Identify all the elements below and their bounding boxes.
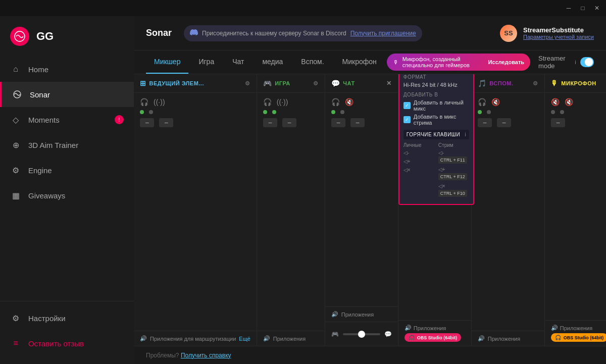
popup-check-row-1: ✓ Добавить в личный микс [403, 99, 469, 112]
game-dot-2 [272, 110, 276, 114]
game-controls: 🎧 ((·)) − − [257, 93, 325, 217]
channel-master: ⊞ ВЕДУЩИЙ ЭЛЕМ... ⚙ 🎧 ((·)) [134, 74, 257, 346]
chatmix-slider[interactable] [343, 333, 380, 335]
media-app-label: Приложения [414, 325, 446, 331]
chat-minus-btn-1[interactable]: − [331, 118, 345, 127]
streamer-mode-info[interactable]: i [575, 59, 576, 65]
channel-master-header: ⊞ ВЕДУЩИЙ ЭЛЕМ... ⚙ [134, 74, 257, 93]
sidebar-item-label-home: Home [28, 65, 48, 74]
chat-close-icon[interactable]: ✕ [386, 80, 392, 87]
game-dots-row [263, 110, 319, 114]
mic-headphone-icon: 🔇 [551, 98, 560, 106]
discord-icon [190, 28, 198, 38]
tab-mikrofon[interactable]: Микрофон [334, 50, 385, 74]
vspom-app-icon: 🔊 [478, 335, 485, 342]
sidebar-item-engine[interactable]: ⚙ Engine [0, 158, 134, 183]
channel-game-header: 🎮 ИГРА ⚙ [257, 74, 325, 93]
media-app-row: 🔊 Приложения [405, 325, 446, 331]
sidebar-item-label-sonar: Sonar [30, 90, 50, 99]
sidebar-divider [0, 301, 134, 301]
game-settings-icon[interactable]: ⚙ [313, 80, 319, 87]
chat-controls: 🎧 🔇 − − [325, 93, 398, 205]
chat-dot-1 [331, 110, 335, 114]
minimize-button[interactable]: ─ [564, 3, 574, 13]
discord-link[interactable]: Получить приглашение [350, 30, 416, 37]
master-minus-btn-2[interactable]: − [159, 118, 173, 127]
popup-check-2[interactable]: ✓ [403, 116, 411, 123]
channel-chat: 💬 ЧАТ ✕ 🎧 🔇 − [325, 74, 398, 346]
help-link[interactable]: Получить справку [181, 352, 231, 359]
logo-icon [10, 27, 29, 46]
vspom-minus-btn-1[interactable]: − [478, 118, 492, 127]
mic-obs-badge[interactable]: 🎧 OBS Studio (64bit) [551, 333, 606, 342]
mic-controls: 🔇 🔇 − [545, 93, 606, 212]
sidebar-item-feedback[interactable]: ≡ Оставить отзыв [0, 331, 134, 356]
streamer-mode-toggle[interactable] [580, 57, 594, 67]
mic-minus-btn-1[interactable]: − [551, 118, 565, 127]
tab-chat[interactable]: Чат [224, 50, 252, 74]
moments-icon: ◇ [10, 114, 21, 125]
tab-mikser[interactable]: Микшер [146, 50, 188, 74]
media-obs-badge[interactable]: 🎧 OBS Studio (64bit) [405, 333, 462, 342]
hotkey-row-2: ◁+ [403, 159, 434, 164]
close-button[interactable]: ✕ [592, 3, 602, 13]
popup-col-stream: Стрим ◁- CTRL + F11 ◁+ CTRL + F12 [438, 142, 469, 200]
chat-app-section: 🔊 Приложения [325, 306, 398, 322]
chat-label: ЧАТ [343, 80, 355, 86]
game-minus-btn-1[interactable]: − [263, 118, 277, 127]
master-app-more[interactable]: Ещё [239, 336, 250, 342]
master-label: ВЕДУЩИЙ ЭЛЕМ... [149, 80, 204, 86]
problems-text: Проблемы? [146, 352, 179, 359]
sidebar-item-label-feedback: Оставить отзыв [28, 339, 84, 348]
game-app-label: Приложения [273, 336, 306, 342]
sidebar-item-home[interactable]: ⌂ Home [0, 57, 134, 82]
vspom-audio-row: 🎧 🔇 [478, 98, 538, 106]
vspom-minus-row: − − [478, 118, 538, 127]
mic-promo-link[interactable]: Исследовать [488, 59, 524, 65]
mic-icon: 🎙 [551, 79, 559, 87]
tab-igra[interactable]: Игра [190, 50, 222, 74]
vspom-settings-icon[interactable]: ⚙ [533, 80, 538, 87]
hotkey-label-2: ◁+ [403, 159, 434, 164]
game-label: ИГРА [275, 80, 290, 86]
account-settings-link[interactable]: Параметры учетной записи [523, 34, 594, 40]
game-minus-btn-2[interactable]: − [282, 118, 296, 127]
master-settings-icon[interactable]: ⚙ [245, 80, 250, 87]
stream-hotkey-val-3[interactable]: CTRL + F10 [438, 190, 467, 197]
popup-check-1[interactable]: ✓ [403, 102, 411, 109]
mic-app-label: Приложения [560, 325, 592, 331]
stream-hotkey-val-1[interactable]: CTRL + F11 [438, 157, 467, 164]
channel-mic-header: 🎙 МИКРОФОН ⚙ [545, 74, 606, 93]
master-icon: ⊞ [140, 79, 146, 87]
title-bar: ─ □ ✕ [0, 0, 606, 16]
chat-headphone-icon: 🎧 [331, 98, 340, 106]
game-minus-row: − − [263, 118, 319, 127]
mic-promo[interactable]: 🎙 Микрофон, созданный специально для гей… [387, 54, 530, 71]
chat-minus-btn-2[interactable]: − [350, 118, 365, 127]
top-bar-right: SS StreamerSubstitute Параметры учетной … [500, 25, 594, 42]
chatmix-chat-icon: 💬 [384, 331, 392, 338]
sidebar-item-moments[interactable]: ◇ Moments ! [0, 107, 134, 132]
mic-obs-icon: 🎧 [555, 335, 561, 340]
master-controls: 🎧 ((·)) − − [134, 93, 257, 217]
hotkeys-info-icon[interactable]: i [465, 132, 466, 137]
stream-hotkey-val-2[interactable]: CTRL + F12 [438, 173, 467, 180]
game-stream-icon: ((·)) [277, 98, 288, 106]
headphone-small: 🔊 [140, 335, 147, 342]
tab-media[interactable]: медиа [254, 50, 291, 74]
chat-icon: 💬 [331, 79, 340, 87]
tab-vspom[interactable]: Вспом. [293, 50, 332, 74]
sidebar-item-sonar[interactable]: Sonar [0, 82, 134, 107]
sidebar-item-giveaways[interactable]: ▦ Giveaways [0, 183, 134, 208]
streamer-mode: Streamer mode i [538, 55, 594, 70]
vspom-app-section: 🔊 Приложения [472, 331, 544, 346]
maximize-button[interactable]: □ [578, 3, 588, 13]
sidebar-item-aim-trainer[interactable]: ⊕ 3D Aim Trainer [0, 132, 134, 158]
popup-check-text-1: Добавить в личный микс [414, 99, 469, 112]
mic-app-icon: 🔊 [551, 325, 558, 331]
sidebar-item-settings[interactable]: ⚙ Настройки [0, 305, 134, 331]
sidebar-nav: ⌂ Home Sonar ◇ Moments ! ⊕ 3D Aim Tr [0, 57, 134, 297]
master-minus-btn-1[interactable]: − [140, 118, 154, 127]
popup-format-label: ФОРМАТ [403, 74, 469, 80]
vspom-minus-btn-2[interactable]: − [497, 118, 511, 127]
